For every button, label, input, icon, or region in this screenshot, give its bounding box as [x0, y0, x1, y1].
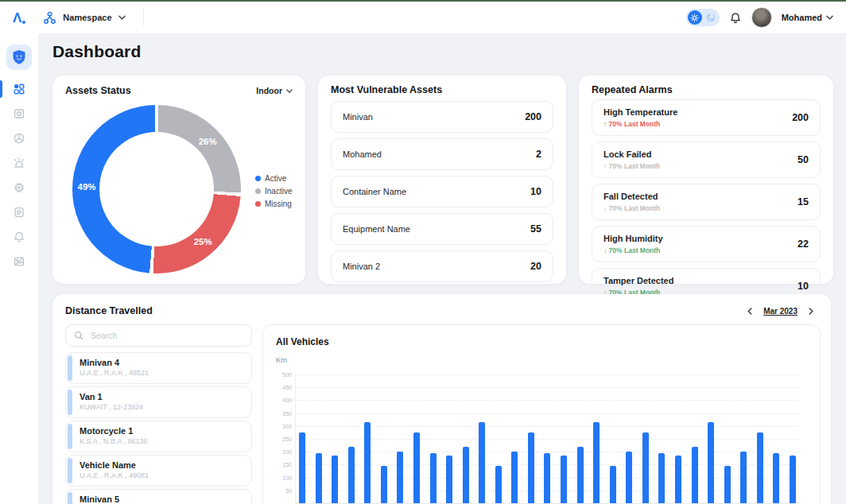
- avatar[interactable]: [751, 7, 772, 28]
- vulnerable-asset-row: Mohamed2: [331, 138, 553, 170]
- asset-value: 10: [530, 186, 541, 197]
- y-axis-tick-label: 150: [274, 463, 292, 468]
- asset-value: 200: [525, 111, 541, 122]
- vulnerable-asset-row: Container Name10: [331, 176, 553, 207]
- bell-icon: [13, 231, 25, 243]
- vehicle-search: [65, 324, 252, 347]
- bar: [495, 466, 502, 503]
- donut-slice-label: 49%: [78, 182, 96, 192]
- distance-travelled-card: Distance Travelled Mar 2023 Minivan 4U.A…: [52, 294, 831, 504]
- bar: [708, 422, 714, 503]
- search-icon: [74, 331, 83, 340]
- alarm-info: Lock Failed↑ 70% Last Month: [603, 149, 660, 170]
- alarm-info: Fall Detected↓ 70% Last Month: [603, 192, 660, 212]
- bar: [528, 432, 534, 503]
- vehicle-list: Minivan 4U.A.E , R.A.K , 48521Van 1KUWAI…: [65, 352, 252, 504]
- vehicle-list-item[interactable]: Minivan 4U.A.E , R.A.K , 48521: [65, 352, 252, 384]
- period-navigation: Mar 2023: [747, 307, 813, 316]
- vehicle-name: Vehicle Name: [80, 460, 243, 470]
- sidebar-item-notifications[interactable]: [13, 231, 25, 243]
- vehicle-accent-bar: [68, 458, 72, 483]
- y-axis-tick-label: 350: [274, 411, 292, 417]
- indoor-filter-value: Indoor: [256, 86, 282, 95]
- bar: [397, 452, 403, 503]
- legend-label: Inactive: [265, 187, 292, 196]
- bar: [316, 453, 322, 503]
- vehicle-name: Minivan 5: [80, 494, 243, 504]
- vulnerable-assets-list: Minivan200Mohamed2Container Name10Equipm…: [331, 101, 553, 282]
- vehicle-location: KUWAIT , 12-23924: [80, 403, 243, 411]
- alarm-value: 10: [797, 281, 809, 292]
- alarm-row: Fall Detected↓ 70% Last Month15: [592, 184, 821, 220]
- alarm-trend-down: ↓ 70% Last Month: [603, 246, 663, 254]
- next-month-button[interactable]: [809, 308, 813, 315]
- asset-value: 2: [536, 149, 541, 160]
- bar: [348, 447, 355, 503]
- sidebar-item-gallery[interactable]: [13, 255, 25, 268]
- org-chart-icon: [43, 11, 56, 25]
- bar: [610, 466, 616, 503]
- shield-icon: [12, 49, 26, 65]
- previous-month-button[interactable]: [747, 308, 752, 315]
- alarm-value: 15: [797, 196, 809, 207]
- y-axis-tick-label: 200: [274, 449, 292, 455]
- repeated-alarms-card: Repeated Alarms High Temperature↑ 70% La…: [579, 76, 833, 284]
- vulnerable-assets-card: Most Vulnerable Assets Minivan200Mohamed…: [318, 76, 566, 284]
- vehicle-list-item[interactable]: Minivan 5: [65, 489, 252, 504]
- donut-slice-label: 26%: [199, 137, 217, 146]
- user-menu[interactable]: Mohamed: [782, 13, 833, 22]
- all-vehicles-chart-panel: All Vehicles Km 500450400350300250200150…: [262, 324, 821, 504]
- bar: [446, 456, 452, 503]
- navbar-right: Mohamed: [686, 7, 833, 28]
- vehicle-name: Minivan 4: [80, 358, 243, 367]
- bar: [773, 453, 779, 503]
- namespace-dropdown[interactable]: Namespace: [43, 11, 125, 25]
- indoor-filter-dropdown[interactable]: Indoor: [256, 86, 293, 95]
- period-label[interactable]: Mar 2023: [763, 307, 797, 316]
- alarm-row: High Temperature↑ 70% Last Month200: [592, 99, 821, 136]
- sidebar-item-report[interactable]: [13, 206, 25, 219]
- sidebar-item-chip[interactable]: [13, 181, 25, 194]
- sidebar-item-dashboard[interactable]: [13, 83, 25, 95]
- vehicle-list-item[interactable]: Vehicle NameU.A.E , R.A.K , 49081: [65, 455, 252, 487]
- vehicle-list-item[interactable]: Van 1KUWAIT , 12-23924: [65, 386, 252, 418]
- y-axis-unit-label: Km: [276, 355, 807, 364]
- sidebar-item-globe[interactable]: [13, 132, 25, 145]
- legend-label: Active: [265, 174, 286, 183]
- search-input[interactable]: [89, 330, 243, 341]
- bar: [692, 447, 698, 503]
- alarm-name: Tamper Detected: [603, 276, 673, 285]
- theme-toggle[interactable]: [686, 9, 720, 26]
- app-logo[interactable]: Λ: [13, 11, 25, 25]
- donut-legend: ActiveInactiveMissing: [255, 174, 292, 208]
- top-navbar: Λ Namespace: [0, 2, 846, 33]
- sidebar-item-shield[interactable]: [6, 45, 32, 70]
- bar: [593, 422, 600, 503]
- bar: [790, 456, 796, 503]
- bar: [479, 422, 485, 503]
- vehicle-list-item[interactable]: Motorcycle 1K.S.A , N.B.A , 86136: [65, 421, 252, 452]
- vehicle-name: Motorcycle 1: [80, 426, 243, 436]
- y-axis-tick-label: 500: [274, 372, 292, 378]
- sidebar-item-siren[interactable]: [13, 157, 25, 169]
- app-logo-dot: [22, 21, 25, 24]
- sidebar-item-wallet[interactable]: [13, 107, 25, 120]
- alarm-row: Lock Failed↑ 70% Last Month50: [592, 142, 821, 178]
- vehicle-accent-bar: [68, 355, 72, 381]
- all-vehicles-bar-chart: 50045040035030025020015010050: [295, 374, 799, 504]
- y-axis-tick-label: 250: [274, 436, 292, 442]
- app-logo-glyph: Λ: [13, 11, 21, 25]
- gallery-icon: [13, 255, 25, 268]
- vulnerable-asset-row: Minivan200: [331, 101, 553, 133]
- alarm-value: 22: [797, 238, 809, 250]
- bar-series: [296, 374, 799, 503]
- bar: [413, 432, 420, 503]
- bar: [561, 456, 567, 503]
- y-axis-tick-label: 300: [274, 424, 292, 429]
- chevron-down-icon: [826, 15, 833, 20]
- alarm-name: Fall Detected: [603, 192, 660, 201]
- repeated-alarms-list: High Temperature↑ 70% Last Month200Lock …: [592, 99, 821, 304]
- notification-bell-icon[interactable]: [729, 11, 742, 25]
- alarm-info: High Humidity↓ 70% Last Month: [603, 234, 663, 254]
- asset-name: Container Name: [343, 187, 406, 196]
